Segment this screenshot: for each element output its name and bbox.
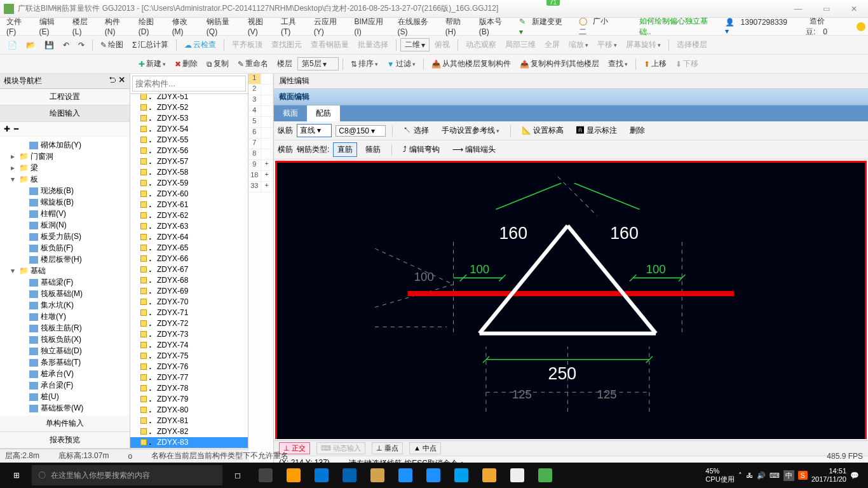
tb-save-icon[interactable]: 💾 bbox=[41, 39, 58, 51]
tree-node[interactable]: 柱帽(V) bbox=[0, 208, 130, 219]
tree-node[interactable]: 筏板基础(M) bbox=[0, 288, 130, 299]
list-item[interactable]: ZDYX-51 bbox=[130, 94, 248, 102]
st2-stirrup[interactable]: 箍筋 bbox=[361, 142, 385, 157]
app-11[interactable] bbox=[532, 465, 558, 485]
tb-find-elem[interactable]: 查找图元 bbox=[268, 37, 306, 52]
app-1[interactable] bbox=[253, 465, 278, 485]
tray-vol-icon[interactable]: 🔊 bbox=[757, 471, 766, 480]
tree-node[interactable]: 板负筋(F) bbox=[0, 242, 130, 254]
tb-sum[interactable]: Σ 汇总计算 bbox=[128, 37, 172, 52]
snap-perp[interactable]: ⊥ 垂点 bbox=[372, 442, 403, 454]
snap-dyn[interactable]: ⌨ 动态输入 bbox=[316, 442, 365, 454]
snap-mid[interactable]: ▲ 中点 bbox=[409, 442, 441, 454]
minimize-button[interactable]: — bbox=[784, 0, 812, 18]
app-3[interactable] bbox=[309, 465, 334, 485]
tb2-rename[interactable]: ✎ 重命名 bbox=[234, 57, 272, 71]
tb2-copy-to[interactable]: 📤 复制构件到其他楼层 bbox=[516, 57, 603, 71]
tb-topview[interactable]: 俯视 bbox=[431, 37, 454, 52]
st2-edit-hook[interactable]: ⤴ 编辑弯钩 bbox=[398, 142, 444, 157]
tb-open-icon[interactable]: 📂 bbox=[22, 39, 39, 51]
list-item[interactable]: ZDYX-65 bbox=[130, 243, 248, 254]
tb2-find[interactable]: 查找 bbox=[604, 57, 632, 71]
start-button[interactable]: ⊞ bbox=[4, 465, 29, 485]
list-item[interactable]: ZDYX-57 bbox=[130, 156, 248, 167]
tree-node[interactable]: 条形基础(T) bbox=[0, 356, 130, 368]
taskbar-search[interactable]: 〇 在这里输入你想要搜索的内容 bbox=[32, 465, 222, 485]
list-item[interactable]: ZDYX-83 bbox=[130, 437, 248, 448]
st1-elev[interactable]: 📐 设置标高 bbox=[517, 123, 568, 138]
tb2-move-up[interactable]: ⬆ 上移 bbox=[640, 57, 670, 71]
nav-report[interactable]: 报表预览 bbox=[0, 432, 130, 449]
st2-straight[interactable]: 直筋 bbox=[333, 142, 357, 157]
tree-node[interactable]: 集水坑(K) bbox=[0, 299, 130, 311]
tb-batch-select[interactable]: 批量选择 bbox=[354, 37, 392, 52]
tb-pan[interactable]: 平移 bbox=[593, 37, 621, 52]
tree-node[interactable]: 基础梁(F) bbox=[0, 276, 130, 288]
tb2-move-down[interactable]: ⬇ 下移 bbox=[672, 57, 702, 71]
tb-fullscreen[interactable]: 全屏 bbox=[541, 37, 564, 52]
list-item[interactable]: ZDYX-80 bbox=[130, 405, 248, 416]
app-9[interactable] bbox=[477, 465, 502, 485]
nav-project-settings[interactable]: 工程设置 bbox=[0, 89, 130, 105]
list-item[interactable]: ZDYX-66 bbox=[130, 254, 248, 264]
nav-collapse-all-icon[interactable]: ━ bbox=[14, 125, 18, 133]
tray-lang-icon[interactable]: 中 bbox=[783, 470, 794, 481]
task-view-icon[interactable]: ◻ bbox=[225, 465, 250, 485]
tb2-copy[interactable]: ⧉ 复制 bbox=[203, 57, 233, 71]
app-6[interactable] bbox=[393, 465, 418, 485]
tb2-delete[interactable]: 删除 bbox=[171, 57, 201, 71]
st1-annot[interactable]: 🅰 显示标注 bbox=[572, 123, 621, 138]
tray-sogou-icon[interactable]: S bbox=[798, 471, 808, 480]
tb-dynamic[interactable]: 动态观察 bbox=[462, 37, 500, 52]
tree-node[interactable]: ▸📁 梁 bbox=[0, 162, 130, 173]
list-item[interactable]: ZDYX-58 bbox=[130, 167, 248, 178]
tb-rotate[interactable]: 屏幕旋转 bbox=[622, 37, 665, 52]
app-2[interactable] bbox=[281, 465, 306, 485]
tree-node[interactable]: ▸📁 其它 bbox=[0, 414, 130, 416]
list-item[interactable]: ZDYX-82 bbox=[130, 426, 248, 437]
app-7[interactable] bbox=[421, 465, 446, 485]
tree-node[interactable]: 基础板带(W) bbox=[0, 402, 130, 414]
tb-undo-icon[interactable]: ↶ bbox=[59, 39, 73, 51]
user-phone[interactable]: 👤 13907298339 ▾ bbox=[721, 15, 797, 38]
tree-node[interactable]: 独立基础(D) bbox=[0, 345, 130, 356]
tb-draw[interactable]: ✎ 绘图 bbox=[97, 37, 127, 52]
app-8[interactable] bbox=[449, 465, 474, 485]
tray-cpu[interactable]: 45%CPU使用 bbox=[705, 467, 734, 484]
list-item[interactable]: ZDYX-55 bbox=[130, 135, 248, 146]
list-item[interactable]: ZDYX-71 bbox=[130, 308, 248, 318]
maximize-button[interactable]: ▭ bbox=[812, 0, 840, 18]
tree-node[interactable]: 桩承台(V) bbox=[0, 368, 130, 379]
st1-rebar-dd[interactable]: C8@150 ▾ bbox=[336, 125, 386, 137]
tray-notifications-icon[interactable]: 💬 bbox=[850, 471, 859, 480]
list-item[interactable]: ZDYX-70 bbox=[130, 297, 248, 308]
tab-section[interactable]: 截面 bbox=[274, 105, 307, 121]
tree-node[interactable]: ▾📁 基础 bbox=[0, 265, 130, 276]
nav-draw-input[interactable]: 绘图输入 bbox=[0, 105, 130, 122]
tree-node[interactable]: 板受力筋(S) bbox=[0, 231, 130, 242]
list-item[interactable]: ZDYX-53 bbox=[130, 113, 248, 124]
tree-node[interactable]: 桩(U) bbox=[0, 391, 130, 402]
tray-clock[interactable]: 14:51 2017/11/20 bbox=[811, 467, 846, 484]
list-item[interactable]: ZDYX-63 bbox=[130, 221, 248, 232]
list-item[interactable]: ZDYX-75 bbox=[130, 351, 248, 362]
st1-manual-ref[interactable]: 手动设置参考线 bbox=[437, 123, 505, 138]
list-item[interactable]: ZDYX-59 bbox=[130, 178, 248, 189]
tb2-sort[interactable]: ⇅ 排序 bbox=[347, 57, 382, 71]
st2-edit-end[interactable]: ⟶ 编辑端头 bbox=[448, 142, 500, 157]
list-item[interactable]: ZDYX-52 bbox=[130, 102, 248, 113]
list-item[interactable]: ZDYX-64 bbox=[130, 232, 248, 243]
list-item[interactable]: ZDYX-61 bbox=[130, 200, 248, 210]
list-item[interactable]: ZDYX-62 bbox=[130, 210, 248, 221]
list-item[interactable]: ZDYX-73 bbox=[130, 329, 248, 340]
tree-node[interactable]: 砌体加筋(Y) bbox=[0, 139, 130, 151]
tb-2d[interactable]: 二维 ▾ bbox=[400, 38, 430, 51]
tree-node[interactable]: 板洞(N) bbox=[0, 219, 130, 231]
tb2-new[interactable]: 新建 bbox=[135, 57, 170, 71]
tb-redo-icon[interactable]: ↷ bbox=[74, 39, 88, 51]
tb-select-floor[interactable]: 选择楼层 bbox=[673, 37, 711, 52]
tree-node[interactable]: 筏板主筋(R) bbox=[0, 322, 130, 334]
tb-cloud-check[interactable]: ☁ 云检查 bbox=[180, 37, 220, 52]
nav-single-input[interactable]: 单构件输入 bbox=[0, 416, 130, 432]
tree-node[interactable]: 柱墩(Y) bbox=[0, 311, 130, 322]
